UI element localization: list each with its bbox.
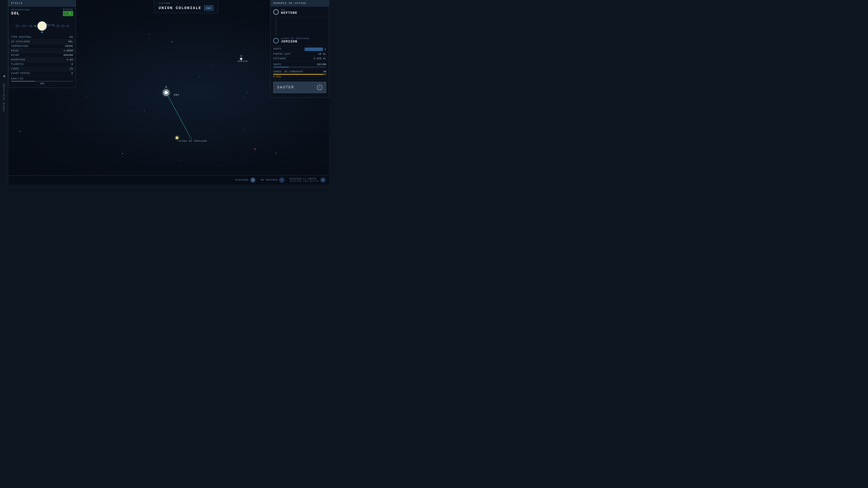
narion-icon: ⊕ xyxy=(235,54,248,58)
narion-dot xyxy=(240,58,242,60)
orbit-svg xyxy=(13,19,71,33)
voyage-header: DONNÉES DE VOYAGE xyxy=(271,0,329,6)
analyse-bar xyxy=(11,81,73,82)
stop-circle-jemison xyxy=(273,38,279,43)
designation-label: DÉSIGNATION xyxy=(11,9,29,11)
stat-planetes: PLANÈTES 9 xyxy=(8,62,76,67)
stat-magnitude: MAGNITUDE 4.84 xyxy=(8,58,76,62)
stop-name-neptune: NEPTUNE xyxy=(281,11,326,15)
niveau-value: 1 xyxy=(63,11,73,16)
svg-point-50 xyxy=(35,25,36,27)
sol-icon: ⊕ xyxy=(165,85,167,89)
effacer-route-action: EFFACER LA ROUTE MAINTENIR POUR QUITTER … xyxy=(290,177,326,183)
faction-panel: FACTION UNION COLONIALE U◆C xyxy=(86,0,286,25)
svg-point-55 xyxy=(53,25,54,26)
sidebar-label-text: CARTE STELLAIRE xyxy=(3,83,5,111)
stop-connector xyxy=(276,17,276,35)
fuel-display: 6.818 xyxy=(273,75,326,78)
svg-point-53 xyxy=(50,24,51,25)
svg-point-52 xyxy=(48,25,49,26)
soute-row: SOUTE 132/450 xyxy=(273,63,326,66)
maintenir-label: MAINTENIR POUR QUITTER xyxy=(290,180,319,182)
stat-distance: DISTANCE 4.320 AL xyxy=(271,57,329,61)
stop-info-jemison: ALPHA DU CENTAURE JEMISON xyxy=(281,37,326,43)
stat-rayon: RAYON 696300 xyxy=(8,53,76,58)
missions-label: MISSIONS xyxy=(235,179,249,181)
voyage-stop-jemison: ALPHA DU CENTAURE JEMISON xyxy=(271,35,329,46)
sidebar-arrow[interactable]: ◀ xyxy=(2,73,6,79)
sauter-key: X xyxy=(317,85,322,90)
fuel-bar-fill xyxy=(274,74,323,74)
star-panel-header: ÉTOILE xyxy=(8,0,76,6)
faction-logo: U◆C xyxy=(204,5,213,11)
effacer-label: EFFACER LA ROUTE xyxy=(290,178,319,180)
bottom-bar: MISSIONS ME MONTRER Y EFFACER LA ROUTE M… xyxy=(8,175,329,184)
voyage-stop-neptune: SOL NEPTUNE xyxy=(271,6,329,17)
stop-circle-neptune xyxy=(273,9,279,15)
svg-point-45 xyxy=(38,22,46,30)
stop-info-neptune: SOL NEPTUNE xyxy=(281,9,326,15)
stat-portee-saut: PORTÉE SAUT 16 AL xyxy=(271,52,329,57)
orbit-diagram xyxy=(8,17,76,35)
missions-key[interactable] xyxy=(250,177,255,183)
sauter-label: SAUTER xyxy=(277,86,294,90)
star-panel: ÉTOILE DÉSIGNATION SOL NIVEAU 1 xyxy=(8,0,76,88)
soute-bar-bg xyxy=(273,67,326,68)
me-montrer-action: ME MONTRER Y xyxy=(261,177,284,183)
alpha-centaure-star[interactable]: ALPHA DU CENTAURE xyxy=(176,136,207,142)
stat-avant-postes: AVANT-POSTES 0 xyxy=(8,71,76,76)
narion-star[interactable]: ⊕ NARION xyxy=(235,54,248,63)
sol-star[interactable]: ⊕ SOL xyxy=(163,90,169,96)
alpha-label: ALPHA DU CENTAURE xyxy=(179,140,207,142)
stat-lunes: LUNES 21 xyxy=(8,67,76,71)
faction-box: FACTION UNION COLONIALE U◆C xyxy=(154,0,218,13)
voyage-stats: SAUTS 1 PORTÉE SAUT 16 AL DISTANCE 4.320… xyxy=(271,46,329,62)
designation-row: DÉSIGNATION SOL NIVEAU 1 xyxy=(8,6,76,17)
stat-sauts: SAUTS 1 xyxy=(271,47,329,52)
svg-point-51 xyxy=(46,24,48,25)
sidebar: ◀ CARTE STELLAIRE xyxy=(0,0,8,184)
fuel-row: CONSO. DE CARBURANT 50 xyxy=(273,70,326,73)
analyse-section: ANALYSE 38% xyxy=(8,76,76,86)
soute-bar-fill xyxy=(274,67,289,67)
stat-id-catalogue: ID CATALOGUE SOL xyxy=(8,39,76,44)
me-montrer-key[interactable]: Y xyxy=(279,177,284,183)
analyse-percent: 38% xyxy=(11,83,73,85)
niveau-label: NIVEAU xyxy=(63,8,73,11)
effacer-key[interactable]: B xyxy=(320,177,326,183)
analyse-label: ANALYSE xyxy=(11,77,73,80)
sol-inner xyxy=(164,91,168,94)
svg-point-54 xyxy=(52,24,52,25)
stat-type-spectral: TYPE SPECTRAL G2 xyxy=(8,35,76,39)
stats-container: TYPE SPECTRAL G2 ID CATALOGUE SOL TEMPÉR… xyxy=(8,35,76,76)
missions-action: MISSIONS xyxy=(235,177,255,183)
soute-section: SOUTE 132/450 xyxy=(271,62,329,69)
sauts-bar xyxy=(305,48,323,51)
narion-label: NARION xyxy=(238,60,248,63)
fuel-section: CONSO. DE CARBURANT 50 6.818 xyxy=(271,69,329,79)
sol-selection-ring xyxy=(163,90,169,96)
stop-name-jemison: JEMISON xyxy=(281,40,326,43)
faction-name: UNION COLONIALE U◆C xyxy=(159,5,213,11)
voyage-panel: DONNÉES DE VOYAGE SOL NEPTUNE ALPHA DU C… xyxy=(270,0,329,97)
me-montrer-label: ME MONTRER xyxy=(261,179,278,181)
stop-system-jemison: ALPHA DU CENTAURE xyxy=(281,37,326,40)
faction-label: FACTION xyxy=(159,2,213,4)
sauter-button[interactable]: SAUTER X xyxy=(273,82,326,93)
sol-label: SOL xyxy=(174,94,180,96)
fuel-bar-bg xyxy=(273,74,326,75)
svg-marker-46 xyxy=(41,31,43,33)
designation-name: SOL xyxy=(11,11,29,15)
stat-temperature: TEMPÉRATURE 5830K xyxy=(8,44,76,48)
alpha-dot xyxy=(176,136,178,139)
stop-system-neptune: SOL xyxy=(281,9,326,11)
stat-masse: MASSE 1.00SM xyxy=(8,48,76,53)
